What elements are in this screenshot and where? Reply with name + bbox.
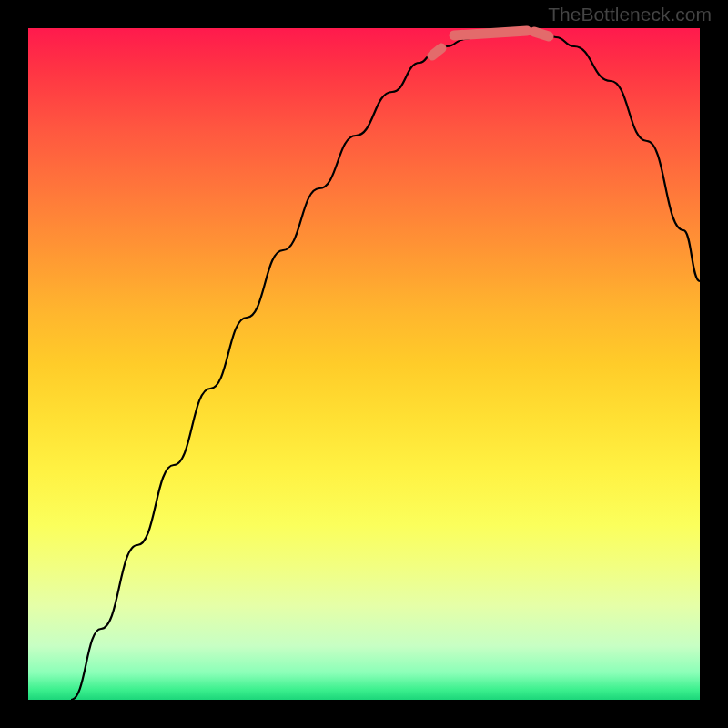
bottleneck-curve [71,29,700,700]
watermark-text: TheBottleneck.com [548,4,712,25]
highlight-segment-2 [534,32,549,36]
chart-plot [28,28,700,700]
highlight-segment-1 [454,31,527,35]
highlight-segment-0 [432,48,441,56]
